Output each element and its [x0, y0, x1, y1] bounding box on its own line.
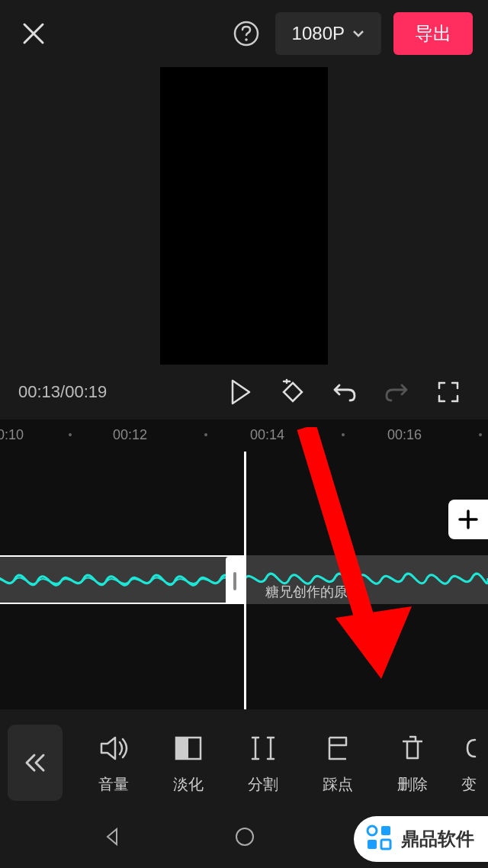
nav-home[interactable]	[234, 826, 255, 850]
toolbar-back-button[interactable]	[8, 725, 63, 801]
fade-icon	[172, 731, 205, 765]
playhead[interactable]	[244, 452, 246, 709]
export-button[interactable]: 导出	[393, 12, 473, 55]
help-button[interactable]	[230, 17, 263, 50]
redo-button[interactable]	[375, 371, 418, 413]
chevron-down-icon	[352, 30, 364, 37]
playback-bar: 00:13/00:19	[0, 365, 488, 420]
close-button[interactable]	[15, 15, 52, 52]
resolution-selector[interactable]: 1080P	[275, 12, 381, 55]
watermark-logo-icon	[363, 823, 395, 855]
bottom-toolbar: 音量 淡化 分割 踩点 删除	[0, 717, 488, 809]
volume-icon	[97, 731, 130, 765]
play-button[interactable]	[220, 371, 262, 413]
split-icon	[246, 731, 280, 765]
svg-rect-3	[176, 738, 188, 759]
time-display: 00:13/00:19	[18, 382, 107, 402]
tool-volume[interactable]: 音量	[76, 731, 151, 795]
keyframe-button[interactable]	[271, 371, 314, 413]
tool-delete[interactable]: 删除	[375, 731, 450, 795]
svg-rect-8	[381, 826, 390, 835]
add-button[interactable]	[448, 500, 488, 539]
nav-back[interactable]	[101, 826, 123, 850]
svg-rect-9	[381, 840, 390, 849]
resolution-label: 1080P	[292, 23, 345, 44]
clip-handle-right[interactable]	[226, 557, 244, 604]
timeline-ruler: 0:10 00:12 00:14 00:16	[0, 420, 488, 452]
timeline[interactable]: 0:10 00:12 00:14 00:16 糖兄创作的原声	[0, 420, 488, 709]
svg-rect-7	[368, 840, 377, 849]
tool-fade[interactable]: 淡化	[151, 731, 226, 795]
delete-icon	[396, 731, 429, 765]
header-bar: 1080P 导出	[0, 0, 488, 67]
undo-button[interactable]	[323, 371, 366, 413]
tool-split[interactable]: 分割	[226, 731, 300, 795]
tool-beat[interactable]: 踩点	[300, 731, 375, 795]
watermark-badge: 鼎品软件	[354, 816, 488, 862]
video-preview[interactable]	[160, 67, 328, 365]
svg-point-6	[368, 826, 377, 835]
audio-clip-selected[interactable]	[0, 555, 244, 604]
waveform-icon	[0, 563, 244, 600]
svg-point-4	[236, 828, 253, 845]
tool-transform[interactable]: 变	[450, 731, 488, 795]
plus-icon	[458, 509, 479, 530]
transform-icon	[452, 731, 486, 765]
audio-clip-label: 糖兄创作的原声	[265, 583, 361, 601]
beat-icon	[321, 731, 355, 765]
fullscreen-button[interactable]	[427, 371, 470, 413]
chevron-double-left-icon	[23, 752, 47, 773]
svg-point-1	[245, 38, 248, 41]
